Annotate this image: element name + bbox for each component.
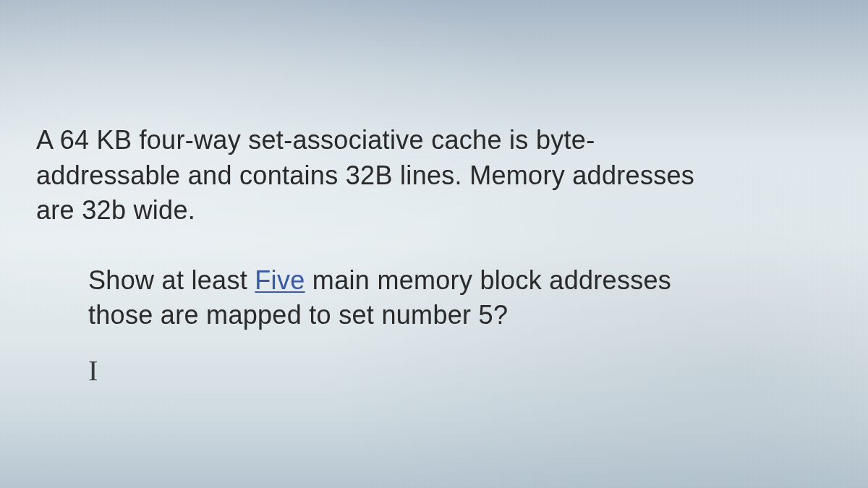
para1-line1: A 64 KB four-way set-associative cache i…: [36, 125, 595, 155]
text-cursor[interactable]: I: [88, 354, 98, 388]
underlined-word: Five: [255, 265, 305, 295]
problem-statement: A 64 KB four-way set-associative cache i…: [36, 123, 832, 228]
para2-line2: those are mapped to set number 5?: [88, 300, 508, 330]
para2-part1: Show at least: [88, 265, 255, 295]
para2-part2: main memory block addresses: [305, 265, 672, 295]
para1-line3: are 32b wide.: [36, 195, 195, 225]
document-content: A 64 KB four-way set-associative cache i…: [0, 0, 868, 416]
para1-line2: addressable and contains 32B lines. Memo…: [36, 160, 694, 190]
question-prompt: Show at least Five main memory block add…: [88, 263, 832, 333]
